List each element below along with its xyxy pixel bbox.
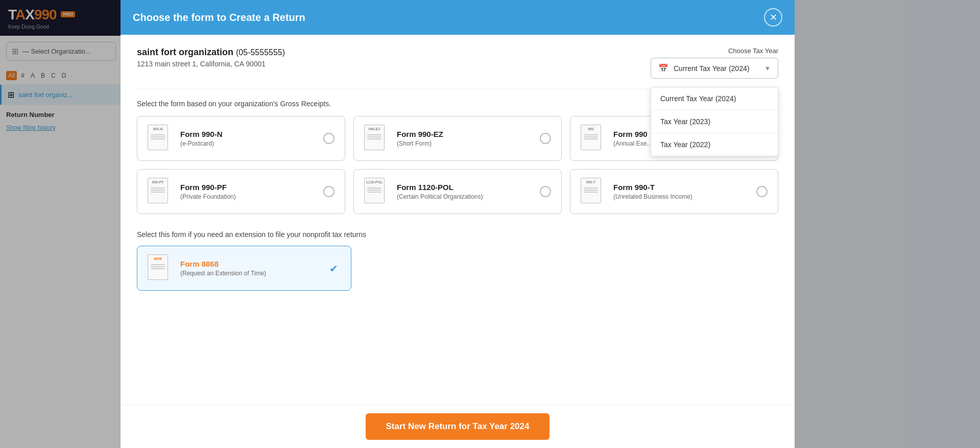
form-name-990t: Form 990-T	[613, 183, 749, 192]
form-desc-990n: (e-Postcard)	[180, 140, 316, 147]
form-card-990pf[interactable]: 990-PF Form 990-PF (Private Foundation)	[137, 169, 345, 214]
dropdown-option-2022[interactable]: Tax Year (2022)	[651, 133, 778, 156]
form-desc-1120pol: (Certain Political Organizations)	[397, 193, 533, 200]
form-card-990t[interactable]: 990-T Form 990-T (Unrelated Business Inc…	[570, 169, 778, 214]
tax-year-dropdown: Current Tax Year (2024) Tax Year (2023) …	[651, 87, 778, 156]
tax-year-section: Choose Tax Year 📅 Current Tax Year (2024…	[651, 47, 778, 79]
form-desc-8868: (Request an Extension of Time)	[180, 270, 322, 277]
org-info-left: saint fort organization (05-5555555) 121…	[137, 47, 285, 68]
modal-title: Choose the form to Create a Return	[133, 12, 305, 23]
form-info-990pf: Form 990-PF (Private Foundation)	[180, 183, 316, 200]
form-icon-8868: 8868	[148, 254, 173, 282]
form-radio-990ez[interactable]	[540, 133, 551, 144]
form-card-8868[interactable]: 8868 Form 8868 (Request an Extension of …	[137, 246, 351, 291]
form-info-990n: Form 990-N (e-Postcard)	[180, 130, 316, 147]
form-desc-990t: (Unrelated Business Income)	[613, 193, 749, 200]
extension-section-label: Select this form if you need an extensio…	[137, 230, 778, 239]
form-name-990n: Form 990-N	[180, 130, 316, 138]
form-desc-990pf: (Private Foundation)	[180, 193, 316, 200]
form-info-1120pol: Form 1120-POL (Certain Political Organiz…	[397, 183, 533, 200]
form-name-990pf: Form 990-PF	[180, 183, 316, 192]
form-radio-990t[interactable]	[756, 186, 768, 197]
modal-body: saint fort organization (05-5555555) 121…	[121, 35, 795, 405]
form-name-8868: Form 8868	[180, 260, 322, 268]
form-icon-990ez: 990-EZ	[364, 125, 390, 152]
form-icon-1120pol: 1120-POL	[364, 178, 390, 205]
form-card-990ez[interactable]: 990-EZ Form 990-EZ (Short Form)	[353, 116, 562, 161]
form-info-8868: Form 8868 (Request an Extension of Time)	[180, 260, 322, 277]
tax-year-select[interactable]: 📅 Current Tax Year (2024) ▼	[651, 58, 778, 79]
start-return-button[interactable]: Start New Return for Tax Year 2024	[366, 413, 550, 440]
modal-close-button[interactable]: ✕	[764, 8, 782, 27]
org-name: saint fort organization (05-5555555)	[137, 47, 285, 58]
form-check-8868: ✔	[329, 263, 341, 274]
org-info-row: saint fort organization (05-5555555) 121…	[137, 47, 778, 79]
dropdown-option-2023[interactable]: Tax Year (2023)	[651, 110, 778, 133]
form-info-990t: Form 990-T (Unrelated Business Income)	[613, 183, 749, 200]
form-name-1120pol: Form 1120-POL	[397, 183, 533, 192]
dropdown-option-2024[interactable]: Current Tax Year (2024)	[651, 87, 778, 110]
form-card-990n[interactable]: 990-N Form 990-N (e-Postcard)	[137, 116, 345, 161]
form-icon-990pf: 990-PF	[148, 178, 173, 205]
extension-card-wrapper: 8868 Form 8868 (Request an Extension of …	[137, 246, 351, 291]
form-icon-990: 990	[581, 125, 606, 152]
form-desc-990ez: (Short Form)	[397, 140, 533, 147]
form-icon-990t: 990-T	[581, 178, 606, 205]
form-icon-990n: 990-N	[148, 125, 173, 152]
create-return-modal: Choose the form to Create a Return ✕ sai…	[121, 0, 795, 448]
form-radio-990pf[interactable]	[323, 186, 334, 197]
selected-tax-year-value: Current Tax Year (2024)	[674, 64, 749, 73]
org-address: 1213 main street 1, California, CA 90001	[137, 60, 285, 68]
form-radio-1120pol[interactable]	[540, 186, 551, 197]
form-card-1120pol[interactable]: 1120-POL Form 1120-POL (Certain Politica…	[353, 169, 562, 214]
calendar-icon: 📅	[658, 63, 668, 73]
form-name-990ez: Form 990-EZ	[397, 130, 533, 138]
chevron-down-icon: ▼	[764, 65, 771, 72]
choose-tax-year-label: Choose Tax Year	[728, 47, 778, 55]
modal-header: Choose the form to Create a Return ✕	[121, 0, 795, 35]
form-info-990ez: Form 990-EZ (Short Form)	[397, 130, 533, 147]
modal-footer: Start New Return for Tax Year 2024	[121, 405, 795, 448]
form-radio-990n[interactable]	[323, 133, 334, 144]
